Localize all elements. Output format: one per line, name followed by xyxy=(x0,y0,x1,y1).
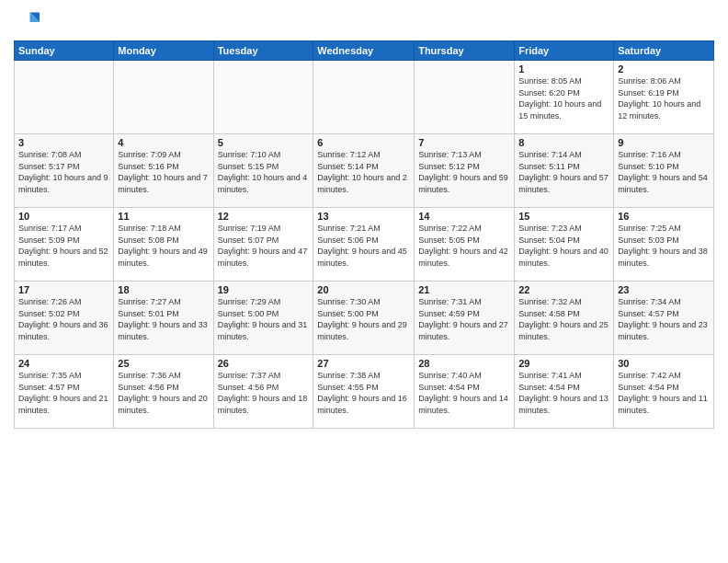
page: SundayMondayTuesdayWednesdayThursdayFrid… xyxy=(0,0,728,563)
day-number: 10 xyxy=(18,211,109,222)
calendar-header-sunday: Sunday xyxy=(15,41,114,61)
day-info: Sunrise: 7:08 AM Sunset: 5:17 PM Dayligh… xyxy=(18,149,109,195)
day-number: 2 xyxy=(618,63,710,75)
day-info: Sunrise: 7:37 AM Sunset: 4:56 PM Dayligh… xyxy=(218,370,310,416)
day-info: Sunrise: 7:16 AM Sunset: 5:10 PM Dayligh… xyxy=(618,149,710,195)
calendar-week-2: 10Sunrise: 7:17 AM Sunset: 5:09 PM Dayli… xyxy=(15,208,714,282)
day-number: 6 xyxy=(317,137,410,148)
calendar-cell: 1Sunrise: 8:05 AM Sunset: 6:20 PM Daylig… xyxy=(515,61,614,134)
calendar-header-tuesday: Tuesday xyxy=(213,41,313,61)
day-number: 18 xyxy=(118,284,209,295)
day-number: 15 xyxy=(518,211,609,222)
day-info: Sunrise: 7:21 AM Sunset: 5:06 PM Dayligh… xyxy=(317,223,410,269)
day-info: Sunrise: 7:29 AM Sunset: 5:00 PM Dayligh… xyxy=(218,296,310,342)
day-info: Sunrise: 7:23 AM Sunset: 5:04 PM Dayligh… xyxy=(518,223,609,269)
calendar-cell: 29Sunrise: 7:41 AM Sunset: 4:54 PM Dayli… xyxy=(515,355,614,429)
day-number: 30 xyxy=(618,358,710,369)
calendar-header-row: SundayMondayTuesdayWednesdayThursdayFrid… xyxy=(15,41,714,61)
day-number: 25 xyxy=(118,358,209,369)
logo-icon xyxy=(14,9,40,35)
calendar-header-wednesday: Wednesday xyxy=(313,41,415,61)
day-number: 26 xyxy=(218,358,310,369)
day-number: 4 xyxy=(118,137,209,148)
calendar-week-4: 24Sunrise: 7:35 AM Sunset: 4:57 PM Dayli… xyxy=(15,355,714,429)
day-info: Sunrise: 7:36 AM Sunset: 4:56 PM Dayligh… xyxy=(118,370,209,416)
day-number: 21 xyxy=(418,284,510,295)
calendar-header-friday: Friday xyxy=(515,41,614,61)
day-info: Sunrise: 7:17 AM Sunset: 5:09 PM Dayligh… xyxy=(18,223,109,269)
calendar-cell: 28Sunrise: 7:40 AM Sunset: 4:54 PM Dayli… xyxy=(415,355,515,429)
day-info: Sunrise: 7:40 AM Sunset: 4:54 PM Dayligh… xyxy=(418,370,510,416)
day-number: 13 xyxy=(317,211,410,222)
day-number: 14 xyxy=(418,211,510,222)
calendar-week-1: 3Sunrise: 7:08 AM Sunset: 5:17 PM Daylig… xyxy=(15,134,714,208)
day-number: 19 xyxy=(218,284,310,295)
calendar-cell: 21Sunrise: 7:31 AM Sunset: 4:59 PM Dayli… xyxy=(415,282,515,355)
calendar-header-thursday: Thursday xyxy=(415,41,515,61)
calendar-cell: 30Sunrise: 7:42 AM Sunset: 4:54 PM Dayli… xyxy=(614,355,714,429)
day-info: Sunrise: 8:06 AM Sunset: 6:19 PM Dayligh… xyxy=(618,75,710,121)
calendar-week-0: 1Sunrise: 8:05 AM Sunset: 6:20 PM Daylig… xyxy=(15,61,714,134)
calendar-cell: 12Sunrise: 7:19 AM Sunset: 5:07 PM Dayli… xyxy=(213,208,313,282)
day-number: 12 xyxy=(218,211,310,222)
day-number: 24 xyxy=(18,358,109,369)
day-info: Sunrise: 7:27 AM Sunset: 5:01 PM Dayligh… xyxy=(118,296,209,342)
calendar-cell xyxy=(313,61,415,134)
day-info: Sunrise: 8:05 AM Sunset: 6:20 PM Dayligh… xyxy=(518,75,609,121)
calendar-cell: 24Sunrise: 7:35 AM Sunset: 4:57 PM Dayli… xyxy=(15,355,114,429)
calendar-cell: 26Sunrise: 7:37 AM Sunset: 4:56 PM Dayli… xyxy=(213,355,313,429)
calendar-cell: 23Sunrise: 7:34 AM Sunset: 4:57 PM Dayli… xyxy=(614,282,714,355)
calendar-cell: 15Sunrise: 7:23 AM Sunset: 5:04 PM Dayli… xyxy=(515,208,614,282)
day-number: 27 xyxy=(317,358,410,369)
calendar-cell: 19Sunrise: 7:29 AM Sunset: 5:00 PM Dayli… xyxy=(213,282,313,355)
day-number: 11 xyxy=(118,211,209,222)
calendar-cell: 2Sunrise: 8:06 AM Sunset: 6:19 PM Daylig… xyxy=(614,61,714,134)
calendar-cell xyxy=(415,61,515,134)
day-info: Sunrise: 7:18 AM Sunset: 5:08 PM Dayligh… xyxy=(118,223,209,269)
calendar-cell: 4Sunrise: 7:09 AM Sunset: 5:16 PM Daylig… xyxy=(114,134,213,208)
calendar-cell: 5Sunrise: 7:10 AM Sunset: 5:15 PM Daylig… xyxy=(213,134,313,208)
day-number: 20 xyxy=(317,284,410,295)
day-info: Sunrise: 7:13 AM Sunset: 5:12 PM Dayligh… xyxy=(418,149,510,195)
day-info: Sunrise: 7:14 AM Sunset: 5:11 PM Dayligh… xyxy=(518,149,609,195)
calendar-week-3: 17Sunrise: 7:26 AM Sunset: 5:02 PM Dayli… xyxy=(15,282,714,355)
day-number: 22 xyxy=(518,284,609,295)
day-info: Sunrise: 7:38 AM Sunset: 4:55 PM Dayligh… xyxy=(317,370,410,416)
day-number: 9 xyxy=(618,137,710,148)
calendar: SundayMondayTuesdayWednesdayThursdayFrid… xyxy=(14,40,714,429)
day-number: 3 xyxy=(18,137,109,148)
day-info: Sunrise: 7:22 AM Sunset: 5:05 PM Dayligh… xyxy=(418,223,510,269)
calendar-cell: 7Sunrise: 7:13 AM Sunset: 5:12 PM Daylig… xyxy=(415,134,515,208)
logo xyxy=(14,9,43,35)
day-number: 28 xyxy=(418,358,510,369)
day-info: Sunrise: 7:35 AM Sunset: 4:57 PM Dayligh… xyxy=(18,370,109,416)
calendar-cell: 13Sunrise: 7:21 AM Sunset: 5:06 PM Dayli… xyxy=(313,208,415,282)
calendar-cell: 6Sunrise: 7:12 AM Sunset: 5:14 PM Daylig… xyxy=(313,134,415,208)
day-number: 8 xyxy=(518,137,609,148)
calendar-cell: 20Sunrise: 7:30 AM Sunset: 5:00 PM Dayli… xyxy=(313,282,415,355)
day-info: Sunrise: 7:32 AM Sunset: 4:58 PM Dayligh… xyxy=(518,296,609,342)
day-number: 1 xyxy=(518,63,609,75)
calendar-cell xyxy=(114,61,213,134)
header xyxy=(14,9,714,35)
calendar-cell: 17Sunrise: 7:26 AM Sunset: 5:02 PM Dayli… xyxy=(15,282,114,355)
calendar-cell xyxy=(213,61,313,134)
calendar-cell: 9Sunrise: 7:16 AM Sunset: 5:10 PM Daylig… xyxy=(614,134,714,208)
day-info: Sunrise: 7:41 AM Sunset: 4:54 PM Dayligh… xyxy=(518,370,609,416)
day-number: 16 xyxy=(618,211,710,222)
day-info: Sunrise: 7:12 AM Sunset: 5:14 PM Dayligh… xyxy=(317,149,410,195)
calendar-cell: 10Sunrise: 7:17 AM Sunset: 5:09 PM Dayli… xyxy=(15,208,114,282)
day-number: 23 xyxy=(618,284,710,295)
day-info: Sunrise: 7:42 AM Sunset: 4:54 PM Dayligh… xyxy=(618,370,710,416)
calendar-cell: 3Sunrise: 7:08 AM Sunset: 5:17 PM Daylig… xyxy=(15,134,114,208)
calendar-cell: 27Sunrise: 7:38 AM Sunset: 4:55 PM Dayli… xyxy=(313,355,415,429)
calendar-cell: 22Sunrise: 7:32 AM Sunset: 4:58 PM Dayli… xyxy=(515,282,614,355)
calendar-cell: 14Sunrise: 7:22 AM Sunset: 5:05 PM Dayli… xyxy=(415,208,515,282)
day-number: 17 xyxy=(18,284,109,295)
calendar-cell: 8Sunrise: 7:14 AM Sunset: 5:11 PM Daylig… xyxy=(515,134,614,208)
day-info: Sunrise: 7:34 AM Sunset: 4:57 PM Dayligh… xyxy=(618,296,710,342)
calendar-cell: 16Sunrise: 7:25 AM Sunset: 5:03 PM Dayli… xyxy=(614,208,714,282)
day-info: Sunrise: 7:26 AM Sunset: 5:02 PM Dayligh… xyxy=(18,296,109,342)
calendar-cell: 18Sunrise: 7:27 AM Sunset: 5:01 PM Dayli… xyxy=(114,282,213,355)
day-number: 7 xyxy=(418,137,510,148)
